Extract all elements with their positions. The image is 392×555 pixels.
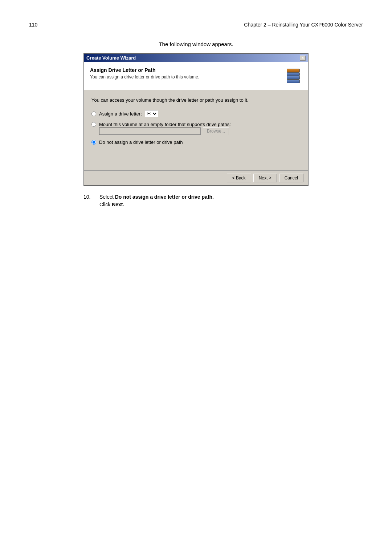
page-container: 110 Chapter 2 – Reinstalling Your CXP600…: [0, 0, 392, 555]
next-button[interactable]: Next >: [253, 174, 277, 182]
back-button[interactable]: < Back: [227, 174, 251, 182]
instruction-line1-normal: Select: [99, 194, 115, 200]
folder-path-input[interactable]: [99, 127, 201, 135]
wizard-titlebar: Create Volume Wizard ×: [84, 54, 308, 62]
wizard-footer: < Back Next > Cancel: [84, 170, 308, 185]
radio-mount-folder[interactable]: [91, 122, 96, 127]
wizard-body: You can access your volume though the dr…: [84, 90, 308, 149]
step-content: Select Do not assign a drive letter or d…: [99, 193, 303, 208]
chapter-title: Chapter 2 – Reinstalling Your CXP6000 Co…: [244, 22, 363, 28]
drive-letter-row: F:: [145, 110, 158, 117]
instruction-block: 10. Select Do not assign a drive letter …: [83, 193, 309, 208]
radio1-label[interactable]: Assign a drive letter:: [99, 111, 142, 117]
mount-folder-container: Browse...: [99, 127, 301, 135]
cancel-button[interactable]: Cancel: [279, 174, 303, 182]
wizard-subtext: You can assign a drive letter or drive p…: [90, 74, 199, 80]
radio-option-2-container: Mount this volume at an empty folder tha…: [91, 122, 301, 135]
step-number: 10.: [83, 193, 98, 201]
radio-no-assign[interactable]: [91, 140, 96, 145]
instruction-line1-bold: Do not assign a drive letter or drive pa…: [115, 194, 214, 200]
browse-button[interactable]: Browse...: [203, 127, 229, 135]
drive-letter-select[interactable]: F:: [145, 110, 158, 117]
titlebar-buttons: ×: [300, 56, 306, 61]
radio-option-2: Mount this volume at an empty folder tha…: [91, 122, 301, 127]
close-button[interactable]: ×: [300, 56, 306, 61]
wizard-icon: [285, 67, 302, 85]
wizard-window: Create Volume Wizard × Assign Drive Lett…: [83, 53, 309, 186]
radio3-label[interactable]: Do not assign a drive letter or drive pa…: [99, 139, 183, 145]
radio-option-3: Do not assign a drive letter or drive pa…: [91, 139, 301, 145]
wizard-title: Create Volume Wizard: [86, 55, 136, 61]
radio-group: Assign a drive letter: F: Mount this vol…: [91, 110, 301, 145]
radio-option-1: Assign a drive letter: F:: [91, 110, 301, 117]
wizard-header-text: Assign Drive Letter or Path You can assi…: [90, 67, 199, 80]
page-number: 110: [29, 22, 37, 28]
wizard-header: Assign Drive Letter or Path You can assi…: [84, 62, 308, 90]
disk-stack-icon: [286, 69, 301, 83]
radio2-label[interactable]: Mount this volume at an empty folder tha…: [99, 122, 231, 127]
page-header: 110 Chapter 2 – Reinstalling Your CXP600…: [29, 22, 363, 30]
wizard-heading: Assign Drive Letter or Path: [90, 67, 199, 73]
radio-assign-letter[interactable]: [91, 112, 96, 116]
mount-folder-row: Browse...: [99, 127, 301, 135]
instruction-line2-bold: Next.: [112, 202, 124, 207]
intro-text: The following window appears.: [29, 41, 363, 47]
instruction-line2-normal: Click: [99, 202, 112, 207]
wizard-description: You can access your volume though the dr…: [91, 97, 301, 103]
